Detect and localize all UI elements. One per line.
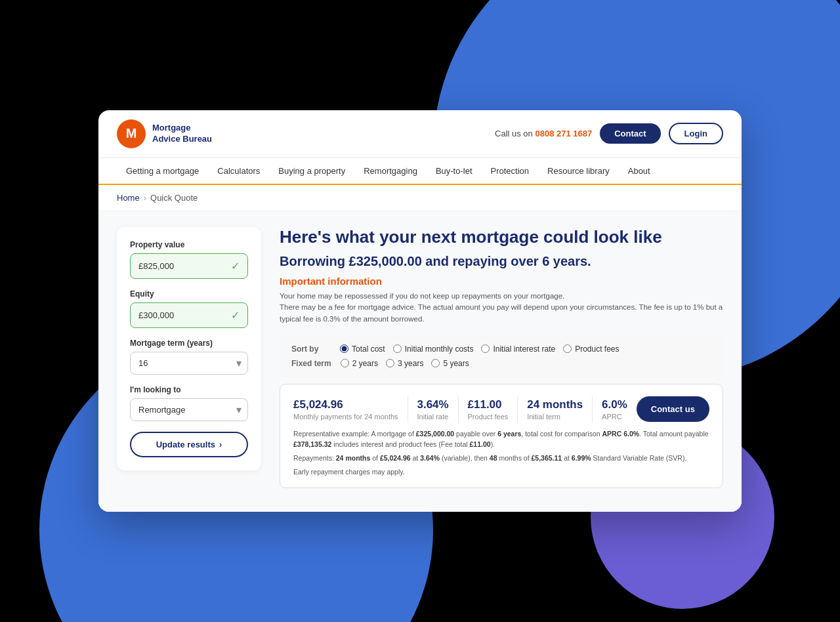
equity-group: Equity £300,000 ✓ — [130, 289, 248, 328]
sort-rate-radio[interactable] — [481, 344, 490, 353]
logo-area: M Mortgage Advice Bureau — [117, 119, 212, 148]
sidebar: Property value £825,000 ✓ Equity £300,00… — [117, 227, 261, 496]
chevron-right-icon: › — [219, 440, 222, 449]
product-fees-value: £11.00 — [468, 398, 502, 411]
nav-buy-to-let[interactable]: Buy-to-let — [427, 158, 482, 184]
sort-initial-rate[interactable]: Initial interest rate — [481, 344, 555, 354]
important-info-text: Your home may be repossessed if you do n… — [280, 291, 723, 325]
term-2yr-radio[interactable] — [341, 359, 349, 367]
divider-4 — [592, 396, 593, 423]
check-icon-equity: ✓ — [231, 309, 240, 321]
initial-rate-value: 3.64% — [417, 398, 448, 411]
sort-monthly-radio[interactable] — [393, 344, 402, 353]
property-value-label: Property value — [130, 240, 248, 249]
nav-calculators[interactable]: Calculators — [208, 158, 269, 184]
fixed-term-radio-group: 2 years 3 years 5 years — [341, 359, 469, 368]
result-card: £5,024.96 Monthly payments for 24 months… — [280, 384, 723, 488]
repayments-text: Repayments: 24 months of £5,024.96 at 3.… — [293, 453, 709, 464]
divider-1 — [408, 396, 408, 423]
login-button[interactable]: Login — [669, 123, 723, 144]
logo-text: Mortgage Advice Bureau — [152, 123, 212, 145]
fixed-term-row: Fixed term 2 years 3 years — [291, 359, 711, 368]
mortgage-term-group: Mortgage term (years) 16 ▾ — [130, 339, 248, 375]
product-fees-label: Product fees — [468, 413, 509, 421]
breadcrumb-home[interactable]: Home — [117, 193, 140, 203]
product-fees-metric: £11.00 Product fees — [468, 398, 509, 421]
results-area: Here's what your next mortgage could loo… — [280, 227, 723, 496]
result-card-inner: £5,024.96 Monthly payments for 24 months… — [293, 396, 709, 423]
initial-rate-metric: 3.64% Initial rate — [417, 398, 448, 421]
nav-about[interactable]: About — [619, 158, 660, 184]
divider-3 — [517, 396, 518, 423]
aprc-label: APRC — [602, 413, 622, 421]
sort-total-cost[interactable]: Total cost — [340, 344, 385, 354]
filter-bar: Sort by Total cost Initial monthly costs — [280, 335, 723, 377]
contact-us-button[interactable]: Contact us — [637, 396, 709, 422]
site-nav: Getting a mortgage Calculators Buying a … — [98, 158, 742, 185]
fixed-3yr[interactable]: 3 years — [386, 359, 423, 368]
looking-to-select-wrapper: Remortgage ▾ — [130, 398, 248, 421]
aprc-metric: 6.0% APRC — [602, 398, 627, 421]
call-us-text: Call us on 0808 271 1687 — [495, 129, 592, 138]
initial-term-label: Initial term — [527, 413, 560, 421]
term-5yr-radio[interactable] — [431, 359, 440, 367]
initial-rate-label: Initial rate — [417, 413, 448, 421]
fixed-5yr[interactable]: 5 years — [431, 359, 469, 368]
nav-resource-library[interactable]: Resource library — [538, 158, 619, 184]
breadcrumb-separator: › — [144, 193, 146, 203]
logo-icon: M — [117, 119, 146, 148]
nav-buying-property[interactable]: Buying a property — [269, 158, 354, 184]
fixed-term-label: Fixed term — [291, 359, 331, 368]
breadcrumb: Home › Quick Quote — [98, 185, 742, 211]
divider-2 — [458, 396, 459, 423]
browser-card: M Mortgage Advice Bureau Call us on 0808… — [98, 110, 742, 512]
sort-total-cost-radio[interactable] — [340, 344, 348, 353]
breadcrumb-current: Quick Quote — [150, 193, 198, 203]
initial-term-metric: 24 months Initial term — [527, 398, 583, 421]
fixed-2yr[interactable]: 2 years — [341, 359, 378, 368]
looking-to-select[interactable]: Remortgage — [130, 398, 248, 421]
sort-by-label: Sort by — [291, 344, 331, 354]
sidebar-card: Property value £825,000 ✓ Equity £300,00… — [117, 227, 261, 470]
sort-initial-monthly[interactable]: Initial monthly costs — [393, 344, 474, 354]
monthly-payment-label: Monthly payments for 24 months — [293, 413, 398, 421]
mortgage-term-select[interactable]: 16 — [130, 352, 248, 375]
main-content: Property value £825,000 ✓ Equity £300,00… — [98, 211, 742, 512]
check-icon-property: ✓ — [231, 260, 240, 272]
looking-to-label: I'm looking to — [130, 385, 248, 394]
looking-to-group: I'm looking to Remortgage ▾ — [130, 385, 248, 421]
nav-getting-mortgage[interactable]: Getting a mortgage — [117, 158, 208, 184]
sort-fees-radio[interactable] — [563, 344, 572, 353]
term-3yr-radio[interactable] — [386, 359, 394, 367]
mortgage-term-label: Mortgage term (years) — [130, 339, 248, 348]
header-right: Call us on 0808 271 1687 Contact Login — [495, 123, 723, 144]
aprc-value: 6.0% — [602, 398, 627, 411]
contact-button[interactable]: Contact — [600, 123, 660, 144]
initial-term-value: 24 months — [527, 398, 583, 411]
property-value-group: Property value £825,000 ✓ — [130, 240, 248, 279]
nav-remortgaging[interactable]: Remortgaging — [354, 158, 427, 184]
early-repayment-text: Early repayment charges may apply. — [293, 468, 709, 476]
result-subtitle: Borrowing £325,000.00 and repaying over … — [280, 254, 723, 269]
mortgage-term-select-wrapper: 16 ▾ — [130, 352, 248, 375]
sort-by-row: Sort by Total cost Initial monthly costs — [291, 344, 711, 354]
important-info-title: Important information — [280, 276, 723, 287]
call-number: 0808 271 1687 — [535, 129, 592, 138]
monthly-payment-metric: £5,024.96 Monthly payments for 24 months — [293, 398, 398, 421]
nav-protection[interactable]: Protection — [482, 158, 539, 184]
result-title: Here's what your next mortgage could loo… — [280, 227, 723, 247]
update-results-button[interactable]: Update results › — [130, 432, 248, 457]
equity-input[interactable]: £300,000 ✓ — [130, 302, 248, 328]
sort-radio-group: Total cost Initial monthly costs Initial… — [340, 344, 620, 354]
sort-product-fees[interactable]: Product fees — [563, 344, 619, 354]
representative-example: Representative example: A mortgage of £3… — [293, 429, 709, 450]
site-header: M Mortgage Advice Bureau Call us on 0808… — [98, 110, 742, 158]
monthly-payment-value: £5,024.96 — [293, 398, 343, 411]
property-value-input[interactable]: £825,000 ✓ — [130, 253, 248, 279]
equity-label: Equity — [130, 289, 248, 299]
